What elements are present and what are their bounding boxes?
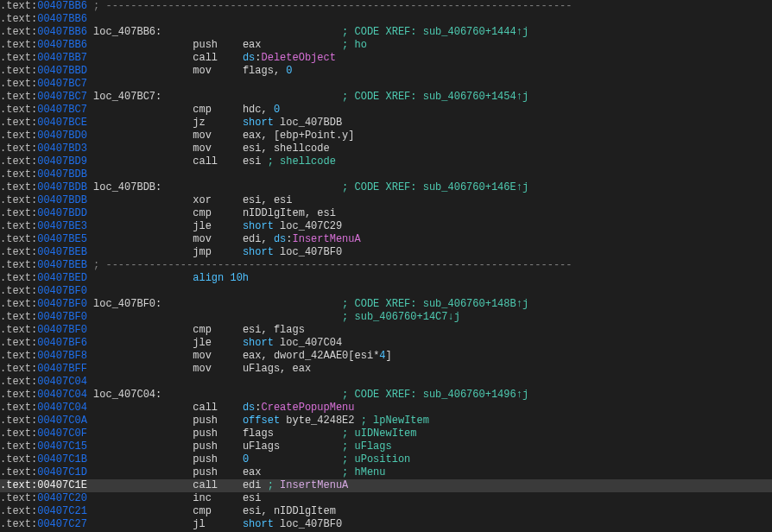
code-line[interactable]: .text:00407C04 call ds:CreatePopupMenu xyxy=(0,402,772,415)
code-line[interactable]: .text:00407BF6 jle short loc_407C04 xyxy=(0,337,772,350)
code-line[interactable]: .text:00407BD9 call esi ; shellcode xyxy=(0,155,772,168)
token-sep: ; --------------------------------------… xyxy=(87,259,573,271)
code-line[interactable]: .text:00407C0A push offset byte_4248E2 ;… xyxy=(0,415,772,428)
token-ident xyxy=(218,155,243,168)
code-line[interactable]: .text:00407BF0 cmp esi, flags xyxy=(0,324,772,337)
token-mnemonic: call xyxy=(193,155,218,168)
address: 00407BE3 xyxy=(37,220,87,232)
segment-prefix: .text: xyxy=(0,142,37,155)
segment-prefix: .text: xyxy=(0,78,37,90)
code-line[interactable]: .text:00407C1B push 0 ; uPosition xyxy=(0,453,772,466)
address: 00407C1D xyxy=(37,466,87,478)
token-ident: ] xyxy=(386,350,392,362)
code-line[interactable]: .text:00407BEB ; -----------------------… xyxy=(0,259,772,272)
token-keyword: ds xyxy=(243,52,255,64)
token-comment: ; CODE XREF: sub_406760+1454 xyxy=(342,91,516,103)
token-ident xyxy=(87,479,193,491)
code-line[interactable]: .text:00407BDD cmp nIDDlgItem, esi xyxy=(0,207,772,220)
token-ident xyxy=(87,246,193,258)
segment-prefix: .text: xyxy=(0,415,37,427)
token-ident: uFlags xyxy=(243,363,280,375)
token-mnemonic: call xyxy=(193,402,218,414)
token-mnemonic: push xyxy=(193,428,218,440)
token-ident xyxy=(87,130,193,142)
token-keyword: align xyxy=(193,272,230,284)
token-ident xyxy=(87,52,193,64)
token-mnemonic: push xyxy=(193,440,218,453)
address: 00407BF0 xyxy=(37,311,87,323)
code-line[interactable]: .text:00407BDB xor esi, esi xyxy=(0,194,772,207)
code-line[interactable]: .text:00407BDB xyxy=(0,168,772,181)
token-label: loc_407BF0 xyxy=(87,298,155,310)
disassembly-view[interactable]: .text:00407BB6 ; -----------------------… xyxy=(0,0,772,532)
code-line[interactable]: .text:00407BE3 jle short loc_407C29 xyxy=(0,220,772,233)
token-reg: edi xyxy=(243,479,262,491)
code-line[interactable]: .text:00407BFF mov uFlags, eax xyxy=(0,363,772,376)
segment-prefix: .text: xyxy=(0,117,37,129)
code-line[interactable]: .text:00407BC7 cmp hdc, 0 xyxy=(0,104,772,117)
segment-prefix: .text: xyxy=(0,194,37,206)
code-line[interactable]: .text:00407C20 inc esi xyxy=(0,492,772,505)
address: 00407BCE xyxy=(37,117,87,129)
code-line[interactable]: .text:00407BB6 xyxy=(0,13,772,26)
segment-prefix: .text: xyxy=(0,168,37,180)
token-ident xyxy=(161,298,342,310)
code-line[interactable]: .text:00407C04 loc_407C04: ; CODE XREF: … xyxy=(0,389,772,402)
token-ident: : xyxy=(286,233,292,245)
address: 00407C0F xyxy=(37,428,87,440)
token-mnemonic: mov xyxy=(193,130,212,142)
code-line[interactable]: .text:00407BB7 call ds:DeleteObject xyxy=(0,52,772,65)
token-ident xyxy=(218,453,243,466)
code-line[interactable]: .text:00407BBD mov flags, 0 xyxy=(0,65,772,78)
token-ident: , xyxy=(261,233,273,245)
segment-prefix: .text: xyxy=(0,311,37,323)
segment-prefix: .text: xyxy=(0,181,37,193)
segment-prefix: .text: xyxy=(0,453,37,466)
token-mnemonic: push xyxy=(193,466,218,478)
token-ident xyxy=(212,220,243,232)
token-ident: , xyxy=(280,363,292,375)
token-ident xyxy=(218,39,243,51)
code-line[interactable]: .text:00407BE5 mov edi, ds:InsertMenuA xyxy=(0,233,772,246)
code-line[interactable]: .text:00407C15 push uFlags ; uFlags xyxy=(0,440,772,453)
token-ident xyxy=(87,363,193,375)
address: 00407BEB xyxy=(37,246,87,258)
code-line[interactable]: .text:00407BC7 loc_407BC7: ; CODE XREF: … xyxy=(0,91,772,104)
code-line[interactable]: .text:00407BCE jz short loc_407BDB xyxy=(0,117,772,130)
token-ident xyxy=(87,428,193,440)
token-ident: ] xyxy=(348,130,354,142)
token-number: 0 xyxy=(274,104,280,116)
address: 00407BF8 xyxy=(37,350,87,362)
code-line[interactable]: .text:00407BEB jmp short loc_407BF0 xyxy=(0,246,772,259)
code-line[interactable]: .text:00407BD3 mov esi, shellcode xyxy=(0,142,772,155)
code-line[interactable]: .text:00407BB6 ; -----------------------… xyxy=(0,0,772,13)
code-line[interactable]: .text:00407C21 cmp esi, nIDDlgItem xyxy=(0,505,772,518)
token-ident xyxy=(87,142,193,155)
code-line[interactable]: .text:00407C27 jl short loc_407BF0 xyxy=(0,518,772,531)
segment-prefix: .text: xyxy=(0,259,37,271)
token-mnemonic: jz xyxy=(193,117,205,129)
code-line[interactable]: .text:00407BC7 xyxy=(0,78,772,91)
token-ident xyxy=(87,324,193,336)
code-line[interactable]: .text:00407C04 xyxy=(0,376,772,389)
code-line[interactable]: .text:00407BB6 push eax ; ho xyxy=(0,39,772,52)
token-ident: loc_407BF0 xyxy=(274,518,342,530)
code-line[interactable]: .text:00407BB6 loc_407BB6: ; CODE XREF: … xyxy=(0,26,772,39)
token-ident: nIDDlgItem xyxy=(274,505,336,517)
code-line[interactable]: .text:00407C1E call edi ; InsertMenuA xyxy=(0,479,772,492)
address: 00407BB6 xyxy=(37,26,87,38)
token-ident xyxy=(218,428,243,440)
code-line[interactable]: .text:00407BF0 xyxy=(0,285,772,298)
code-line[interactable]: .text:00407BED align 10h xyxy=(0,272,772,285)
code-line[interactable]: .text:00407C1D push eax ; hMenu xyxy=(0,466,772,479)
code-line[interactable]: .text:00407BD0 mov eax, [ebp+Point.y] xyxy=(0,130,772,142)
code-line[interactable]: .text:00407C0F push flags ; uIDNewItem xyxy=(0,428,772,440)
token-arrow: ↑j xyxy=(516,389,528,401)
code-line[interactable]: .text:00407BDB loc_407BDB: ; CODE XREF: … xyxy=(0,181,772,194)
code-line[interactable]: .text:00407BF0 ; sub_406760+14C7↓j xyxy=(0,311,772,324)
code-line[interactable]: .text:00407BF8 mov eax, dword_42AAE0[esi… xyxy=(0,350,772,363)
token-ident: [ xyxy=(274,130,280,142)
token-ident xyxy=(261,39,342,51)
code-line[interactable]: .text:00407BF0 loc_407BF0: ; CODE XREF: … xyxy=(0,298,772,311)
token-mnemonic: cmp xyxy=(193,505,212,517)
